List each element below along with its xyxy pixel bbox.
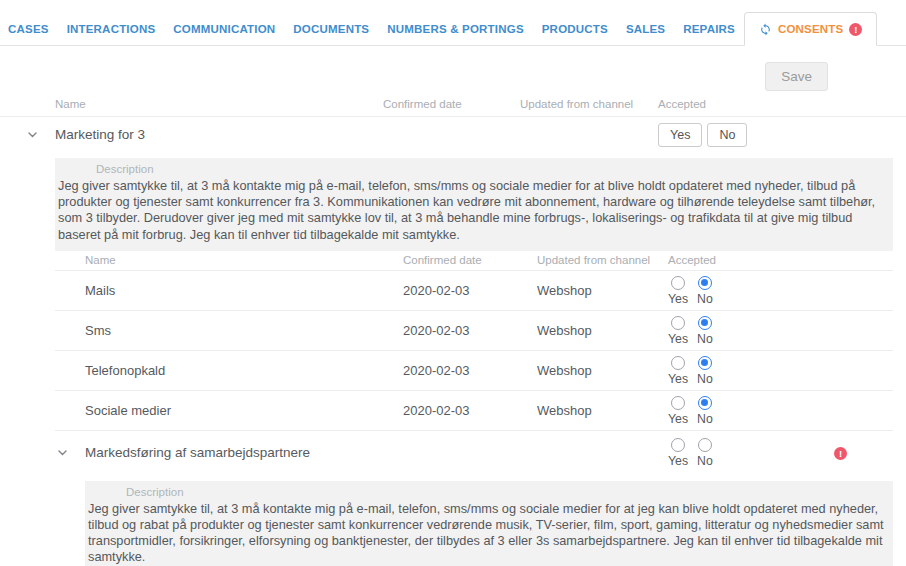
accepted-radio-group: Yes No — [668, 391, 788, 426]
column-header-updated-from-channel: Updated from channel — [520, 98, 658, 110]
row-name: Sms — [85, 323, 403, 338]
tab-repairs[interactable]: REPAIRS — [674, 12, 744, 46]
tab-bar: CASES INTERACTIONS COMMUNICATION DOCUMEN… — [0, 0, 906, 46]
radio-yes[interactable] — [671, 396, 685, 410]
consent-group-row-samarbejdspartnere: Markedsføring af samarbejdspartnere Yes … — [55, 431, 893, 475]
description-box-samarbejdspartnere: Description Jeg giver samtykke til, at 3… — [85, 481, 893, 566]
accepted-radio-group: Yes No — [668, 431, 788, 468]
radio-yes[interactable] — [671, 438, 685, 452]
group-name: Markedsføring af samarbejdspartnere — [85, 445, 310, 460]
row-name: Telefonopkald — [85, 363, 403, 378]
tab-communication[interactable]: COMMUNICATION — [164, 12, 284, 46]
radio-no[interactable] — [698, 276, 712, 290]
chevron-down-icon[interactable] — [28, 132, 37, 138]
description-box-marketing: Description Jeg giver samtykke til, at 3… — [55, 158, 893, 251]
tab-numbers-portings[interactable]: NUMBERS & PORTINGS — [378, 12, 533, 46]
row-confirmed-date: 2020-02-03 — [403, 323, 537, 338]
consent-row-mails: Mails 2020-02-03 Webshop Yes No — [55, 271, 893, 311]
column-header-accepted: Accepted — [668, 254, 788, 266]
radio-yes-label: Yes — [668, 332, 688, 346]
accepted-buttons: Yes No — [658, 123, 778, 147]
accepted-radio-group: Yes No — [668, 311, 788, 346]
row-confirmed-date: 2020-02-03 — [403, 363, 537, 378]
tab-products[interactable]: PRODUCTS — [533, 12, 617, 46]
tab-interactions[interactable]: INTERACTIONS — [58, 12, 165, 46]
description-label: Description — [96, 163, 885, 175]
radio-no[interactable] — [698, 438, 712, 452]
yes-button[interactable]: Yes — [658, 123, 702, 147]
column-header-confirmed-date: Confirmed date — [383, 98, 520, 110]
radio-no[interactable] — [698, 356, 712, 370]
row-confirmed-date: 2020-02-03 — [403, 283, 537, 298]
chevron-down-icon[interactable] — [58, 450, 67, 456]
radio-yes-label: Yes — [668, 292, 688, 306]
row-updated-channel: Webshop — [537, 323, 668, 338]
radio-no-label: No — [697, 332, 713, 346]
radio-yes-label: Yes — [668, 454, 688, 468]
column-header-confirmed-date: Confirmed date — [403, 254, 537, 266]
group-name-cell: Markedsføring af samarbejdspartnere — [85, 445, 403, 460]
accepted-radio-group: Yes No — [668, 351, 788, 386]
no-button[interactable]: No — [707, 123, 747, 147]
row-name: Sociale medier — [85, 403, 403, 418]
row-confirmed-date: 2020-02-03 — [403, 403, 537, 418]
radio-yes-label: Yes — [668, 372, 688, 386]
description-text: Jeg giver samtykke til, at 3 må kontakte… — [58, 178, 885, 243]
radio-no-label: No — [697, 292, 713, 306]
column-header-updated-from-channel: Updated from channel — [537, 254, 668, 266]
column-header-accepted: Accepted — [658, 98, 778, 110]
tab-documents[interactable]: DOCUMENTS — [284, 12, 378, 46]
description-label: Description — [126, 486, 885, 498]
column-header-name: Name — [55, 98, 383, 110]
consents-panel: CASES INTERACTIONS COMMUNICATION DOCUMEN… — [0, 0, 906, 566]
tab-consents-label: CONSENTS — [778, 12, 844, 46]
column-header-name: Name — [85, 254, 403, 266]
accepted-radio-group: Yes No — [668, 271, 788, 306]
radio-yes[interactable] — [671, 276, 685, 290]
save-button[interactable]: Save — [765, 62, 828, 91]
radio-yes[interactable] — [671, 316, 685, 330]
radio-no-label: No — [697, 454, 713, 468]
row-name: Mails — [85, 283, 403, 298]
radio-no-label: No — [697, 372, 713, 386]
radio-no[interactable] — [698, 396, 712, 410]
group-name: Marketing for 3 — [55, 127, 145, 142]
alert-badge-icon: ! — [849, 23, 862, 36]
tab-consents[interactable]: CONSENTS ! — [744, 12, 878, 46]
refresh-icon — [759, 23, 772, 36]
consent-row-sms: Sms 2020-02-03 Webshop Yes No — [55, 311, 893, 351]
consent-row-telefonopkald: Telefonopkald 2020-02-03 Webshop Yes No — [55, 351, 893, 391]
radio-no-label: No — [697, 412, 713, 426]
row-updated-channel: Webshop — [537, 403, 668, 418]
consent-row-sociale-medier: Sociale medier 2020-02-03 Webshop Yes No — [55, 391, 893, 431]
consent-group-row-marketing: Marketing for 3 Yes No — [0, 117, 906, 152]
radio-yes-label: Yes — [668, 412, 688, 426]
row-updated-channel: Webshop — [537, 363, 668, 378]
tab-sales[interactable]: SALES — [617, 12, 674, 46]
tab-cases[interactable]: CASES — [0, 12, 58, 46]
radio-yes[interactable] — [671, 356, 685, 370]
group-name-cell: Marketing for 3 — [55, 127, 383, 142]
toolbar: Save — [0, 46, 906, 92]
radio-no[interactable] — [698, 316, 712, 330]
channels-table-header: Name Confirmed date Updated from channel… — [55, 251, 893, 271]
description-text: Jeg giver samtykke til, at 3 må kontakte… — [88, 501, 885, 566]
error-alert-icon: ! — [834, 447, 847, 460]
row-updated-channel: Webshop — [537, 283, 668, 298]
consents-table-header: Name Confirmed date Updated from channel… — [0, 92, 906, 117]
